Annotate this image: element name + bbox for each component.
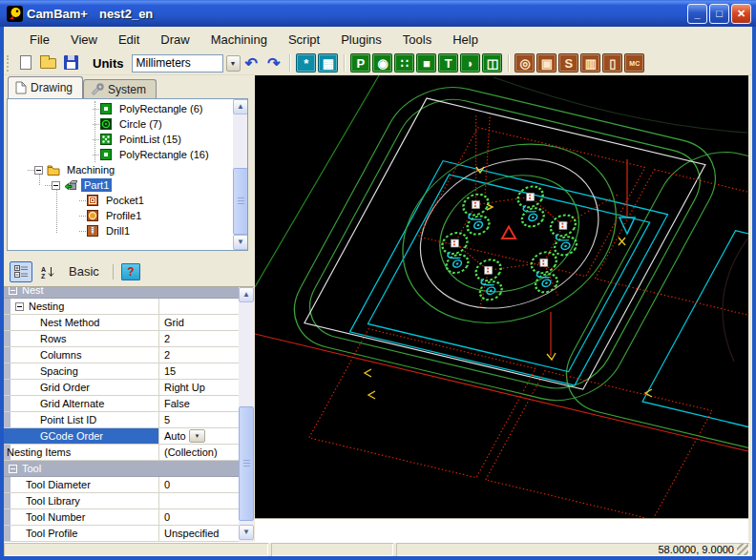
open-file-button[interactable] [39,54,58,72]
menu-item-machining[interactable]: Machining [200,30,278,50]
menu-item-plugins[interactable]: Plugins [330,30,392,50]
machine-lathe-button[interactable]: ▯ [602,53,622,73]
help-button[interactable]: ? [121,263,140,280]
property-value[interactable]: 0 [160,477,239,492]
toggle-axes-button[interactable]: * [296,53,316,73]
property-grid[interactable]: NestNestingNest MethodGridRows2Columns2S… [4,286,254,542]
tree-item-polyrectangle-6[interactable]: PolyRectangle (6) [8,101,231,116]
resize-grip[interactable] [737,544,748,555]
machine-drill-button[interactable]: ▥ [580,53,600,73]
value-dropdown-button[interactable]: ▼ [189,429,205,443]
new-file-button[interactable] [16,54,35,72]
property-value[interactable] [160,299,239,314]
minimize-button[interactable]: _ [687,4,707,24]
draw-rectangle-button[interactable]: ■ [416,53,436,73]
machine-mc-button[interactable]: MC [624,53,644,73]
property-value[interactable]: 0 [160,509,239,525]
property-row-tool-profile[interactable]: Tool ProfileUnspecified [4,526,239,542]
toolbar-separator [344,54,345,72]
tree-item-polyrectangle-16[interactable]: PolyRectangle (16) [8,147,231,162]
undo-button[interactable]: ↶ [241,54,262,73]
units-select[interactable]: Millimeters [132,54,223,73]
draw-circle-button[interactable]: ◉ [372,53,392,73]
scroll-down-button[interactable]: ▼ [233,235,248,250]
tree-item-circle-7[interactable]: Circle (7) [8,116,231,132]
property-value[interactable]: Unspecified [160,526,239,541]
collapse-icon[interactable] [52,181,60,190]
title-bar[interactable]: CamBam+nest2_en _ □ ✕ [0,0,756,27]
alphabetical-sort-button[interactable]: A Z [36,261,59,282]
property-value[interactable]: 2 [160,331,239,346]
machine-pocket-icon: ▣ [541,57,553,70]
toggle-grid-button[interactable]: ▦ [318,53,338,73]
collapse-icon[interactable] [34,166,43,175]
property-value[interactable]: (Collection) [160,445,239,460]
property-value[interactable]: 2 [160,347,239,363]
property-row-tool-library[interactable]: Tool Library [4,493,239,509]
property-row-nesting[interactable]: Nesting [4,299,239,315]
property-value[interactable]: False [160,396,239,411]
menu-item-edit[interactable]: Edit [108,30,150,50]
draw-surface-button[interactable]: ◫ [482,53,502,73]
menu-item-help[interactable]: Help [442,30,489,50]
menu-item-tools[interactable]: Tools [392,30,442,50]
property-row-gcode-order[interactable]: GCode OrderAuto▼ [4,428,239,445]
draw-text-button[interactable]: T [438,53,458,73]
property-row-point-list-id[interactable]: Point List ID5 [4,412,239,428]
scroll-down-button[interactable]: ▼ [239,525,254,540]
property-row-tool-diameter[interactable]: Tool Diameter0 [4,477,239,493]
property-row-nest[interactable]: Nest [4,287,239,299]
tab-drawing[interactable]: Drawing [8,76,83,98]
cad-viewport[interactable] [255,75,748,518]
collapse-icon[interactable] [15,302,24,311]
tree-item-pointlist-15[interactable]: PointList (15) [8,132,231,147]
scroll-thumb[interactable] [239,406,254,521]
units-dropdown-button[interactable]: ▼ [226,55,241,72]
machine-engrave-button[interactable]: S [558,53,578,73]
tree-item-profile1[interactable]: Profile1 [8,208,231,223]
scroll-up-button[interactable]: ▲ [239,287,254,302]
property-row-grid-order[interactable]: Grid OrderRight Up [4,380,239,396]
property-value[interactable] [160,493,239,508]
property-value[interactable]: Auto▼ [160,428,239,444]
redo-button[interactable]: ↷ [262,54,284,73]
property-row-grid-alternate[interactable]: Grid AlternateFalse [4,396,239,412]
property-value[interactable]: 15 [160,363,239,379]
propgrid-scrollbar[interactable]: ▲ ▼ [239,287,254,542]
property-row-columns[interactable]: Columns2 [4,347,239,363]
close-button[interactable]: ✕ [731,4,751,24]
machine-profile-button[interactable]: ◎ [514,53,535,73]
property-row-spacing[interactable]: Spacing15 [4,363,239,380]
tree-item-drill1[interactable]: Drill1 [8,223,231,239]
draw-pointlist-button[interactable]: ∷ [394,53,414,73]
property-row-nesting-items[interactable]: Nesting Items(Collection) [4,445,239,461]
scroll-up-button[interactable]: ▲ [233,99,248,114]
draw-arc-button[interactable]: ◗ [460,53,480,73]
property-row-rows[interactable]: Rows2 [4,331,239,347]
drawing-tree[interactable]: PolyRectangle (6)Circle (7)PointList (15… [7,98,248,251]
draw-polyline-button[interactable]: P [350,53,370,73]
tree-item-pocket1[interactable]: Pocket1 [8,193,231,208]
property-value[interactable]: 5 [160,412,239,427]
property-row-nest-method[interactable]: Nest MethodGrid [4,315,239,331]
save-file-button[interactable] [62,54,81,72]
property-value[interactable]: Grid [160,315,239,330]
property-row-tool[interactable]: Tool [4,461,239,477]
menu-item-file[interactable]: File [19,30,60,50]
tree-scrollbar[interactable]: ▲ ▼ [233,99,248,250]
maximize-button[interactable]: □ [709,4,729,24]
scroll-thumb[interactable] [233,168,248,235]
tree-item-machining[interactable]: Machining [8,162,231,177]
tree-item-part1[interactable]: Part1 [8,177,231,193]
collapse-icon[interactable] [9,465,17,473]
property-row-tool-number[interactable]: Tool Number0 [4,509,239,526]
menu-item-view[interactable]: View [60,30,108,50]
toolbar-grip[interactable] [7,55,10,72]
menu-item-script[interactable]: Script [278,30,330,50]
machine-pocket-button[interactable]: ▣ [536,53,556,73]
menu-item-draw[interactable]: Draw [150,30,200,50]
property-value[interactable]: Right Up [160,380,239,395]
tab-system[interactable]: System [83,79,157,98]
categorized-view-button[interactable] [10,261,32,282]
collapse-icon[interactable] [9,286,17,295]
